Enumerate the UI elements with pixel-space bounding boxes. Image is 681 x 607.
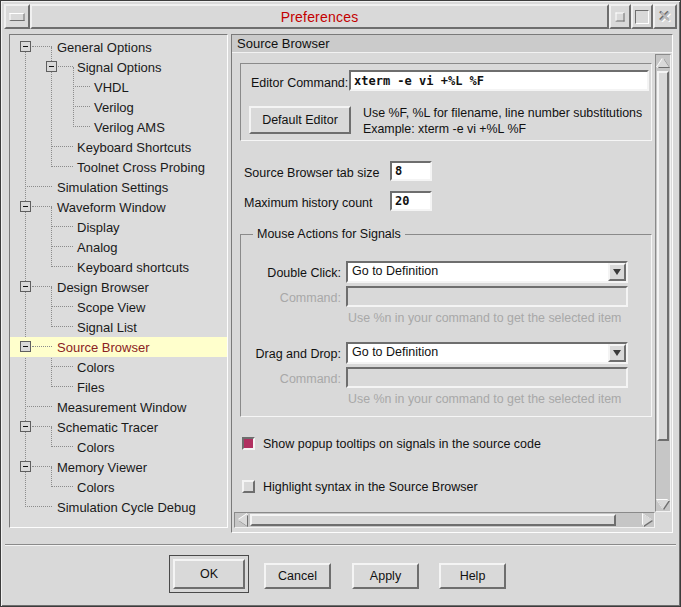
chevron-down-icon[interactable]: [608, 263, 626, 281]
tree-connector: [51, 266, 73, 267]
editor-command-input[interactable]: [349, 70, 649, 91]
tree-item-label: Keyboard shortcuts: [77, 260, 189, 275]
tree-item-verilog-ams[interactable]: Verilog AMS: [10, 117, 227, 137]
vertical-scrollbar-thumb[interactable]: [657, 71, 669, 441]
drag-drop-label: Drag and Drop:: [241, 347, 341, 361]
tree-item-label: Design Browser: [57, 280, 149, 295]
editor-command-label: Editor Command:: [251, 76, 348, 90]
minimize-icon[interactable]: [609, 4, 631, 29]
close-icon[interactable]: ✕: [653, 4, 677, 29]
tree-item-label: Toolnet Cross Probing: [77, 160, 205, 175]
tree-item-label: Scope View: [77, 300, 145, 315]
window-title: Preferences: [30, 4, 609, 29]
tree-connector: [51, 166, 73, 167]
tree-item-keyboard-shortcuts[interactable]: Keyboard shortcuts: [10, 257, 227, 277]
tree-item-source-browser[interactable]: Source Browser: [10, 337, 227, 357]
horizontal-scrollbar-thumb[interactable]: [250, 514, 616, 526]
tree-item-simulation-settings[interactable]: Simulation Settings: [10, 177, 227, 197]
expand-minus-icon[interactable]: [20, 421, 31, 432]
maximize-icon[interactable]: [631, 4, 653, 29]
tree-item-label: VHDL: [94, 80, 129, 95]
tree-item-keyboard-shortcuts[interactable]: Keyboard Shortcuts: [10, 137, 227, 157]
scroll-down-icon[interactable]: [656, 497, 670, 511]
tree-item-vhdl[interactable]: VHDL: [10, 77, 227, 97]
mouse-actions-title: Mouse Actions for Signals: [253, 227, 405, 241]
double-click-value: Go to Definition: [348, 263, 608, 281]
tree-item-colors[interactable]: Colors: [10, 437, 227, 457]
tree-item-toolnet-cross-probing[interactable]: Toolnet Cross Probing: [10, 157, 227, 177]
tree-item-label: Colors: [77, 440, 115, 455]
tree-item-label: Display: [77, 220, 120, 235]
double-click-dropdown[interactable]: Go to Definition: [346, 261, 628, 283]
expand-minus-icon[interactable]: [46, 61, 57, 72]
history-count-input[interactable]: [390, 191, 432, 211]
title-bar: Preferences ✕: [4, 4, 677, 29]
editor-help-text: Use %F, %L for filename, line number sub…: [363, 106, 642, 137]
tree-connector: [51, 306, 73, 307]
tree-connector: [51, 366, 73, 367]
window-menu-icon[interactable]: [4, 4, 30, 29]
ok-button[interactable]: OK: [173, 559, 245, 589]
tree-item-label: Verilog: [94, 100, 134, 115]
tree-item-schematic-tracer[interactable]: Schematic Tracer: [10, 417, 227, 437]
drag-drop-hint: Use %n in your command to get the select…: [348, 392, 621, 406]
tree-item-colors[interactable]: Colors: [10, 477, 227, 497]
tree-item-label: Source Browser: [57, 340, 149, 355]
cancel-button[interactable]: Cancel: [264, 563, 331, 589]
expand-minus-icon[interactable]: [20, 281, 31, 292]
scroll-right-icon[interactable]: [640, 513, 654, 527]
tree-connector: [51, 246, 73, 247]
expand-minus-icon[interactable]: [20, 461, 31, 472]
tree-connector: [73, 106, 90, 107]
horizontal-scrollbar[interactable]: [234, 512, 655, 528]
tree-item-memory-viewer[interactable]: Memory Viewer: [10, 457, 227, 477]
tooltips-checkbox[interactable]: [242, 437, 255, 450]
scroll-left-icon[interactable]: [235, 513, 249, 527]
preferences-window: Preferences ✕ General OptionsSignal Opti…: [0, 0, 681, 607]
tree-item-display[interactable]: Display: [10, 217, 227, 237]
preferences-tree-panel: General OptionsSignal OptionsVHDLVerilog…: [9, 34, 228, 528]
expand-minus-icon[interactable]: [20, 41, 31, 52]
drag-drop-command-input: [346, 367, 628, 388]
tree-item-scope-view[interactable]: Scope View: [10, 297, 227, 317]
tree-item-signal-options[interactable]: Signal Options: [10, 57, 227, 77]
tree-item-analog[interactable]: Analog: [10, 237, 227, 257]
highlight-syntax-checkbox[interactable]: [242, 480, 255, 493]
tree-item-measurement-window[interactable]: Measurement Window: [10, 397, 227, 417]
settings-panel: Source Browser Editor Command: Default E…: [231, 34, 673, 533]
tree-item-label: Signal Options: [77, 60, 162, 75]
tab-size-input[interactable]: [390, 161, 432, 181]
settings-content: Editor Command: Default Editor Use %F, %…: [234, 55, 655, 512]
tree-item-waveform-window[interactable]: Waveform Window: [10, 197, 227, 217]
expand-minus-icon[interactable]: [20, 341, 31, 352]
drag-drop-dropdown[interactable]: Go to Definition: [346, 342, 628, 364]
editor-help-line1: Use %F, %L for filename, line number sub…: [363, 106, 642, 122]
tree-item-label: General Options: [57, 40, 152, 55]
expand-minus-icon[interactable]: [20, 201, 31, 212]
tree-item-label: Colors: [77, 480, 115, 495]
scroll-up-icon[interactable]: [656, 55, 670, 69]
tree-connector: [32, 346, 52, 347]
tree-item-colors[interactable]: Colors: [10, 357, 227, 377]
editor-command-frame: Editor Command: Default Editor Use %F, %…: [240, 63, 652, 141]
tree-item-general-options[interactable]: General Options: [10, 37, 227, 57]
tree-item-files[interactable]: Files: [10, 377, 227, 397]
tree-connector: [51, 446, 73, 447]
tree-item-simulation-cycle-debug[interactable]: Simulation Cycle Debug: [10, 497, 227, 517]
double-click-command-input: [346, 286, 628, 307]
chevron-down-icon[interactable]: [608, 344, 626, 362]
tree-item-label: Files: [77, 380, 104, 395]
help-button[interactable]: Help: [439, 563, 506, 589]
tree-connector: [25, 506, 52, 507]
default-editor-button[interactable]: Default Editor: [249, 106, 351, 134]
tree-item-design-browser[interactable]: Design Browser: [10, 277, 227, 297]
tab-size-label: Source Browser tab size: [244, 166, 379, 180]
tree-item-label: Verilog AMS: [94, 120, 165, 135]
tree-item-verilog[interactable]: Verilog: [10, 97, 227, 117]
apply-button[interactable]: Apply: [352, 563, 419, 589]
tree-item-label: Schematic Tracer: [57, 420, 158, 435]
tree-connector: [25, 406, 52, 407]
tree-item-signal-list[interactable]: Signal List: [10, 317, 227, 337]
vertical-scrollbar[interactable]: [655, 54, 671, 512]
tree-connector: [32, 206, 52, 207]
